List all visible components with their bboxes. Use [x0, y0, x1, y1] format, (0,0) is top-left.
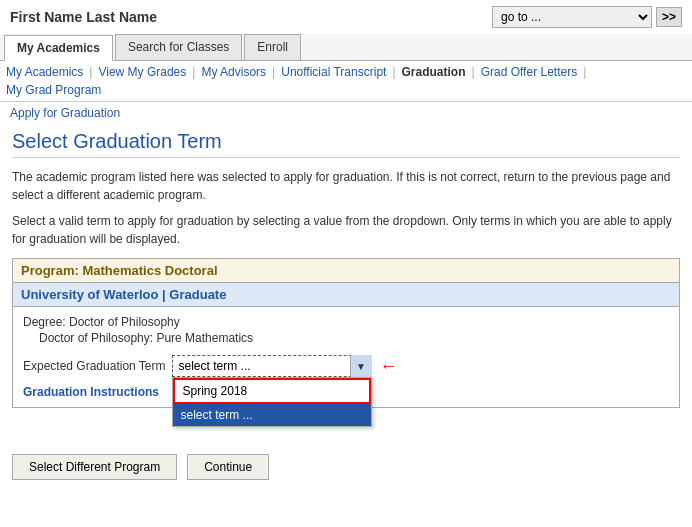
subnav-view-grades[interactable]: View My Grades — [98, 65, 186, 79]
goto-button[interactable]: >> — [656, 7, 682, 27]
page-title: Select Graduation Term — [12, 130, 680, 158]
subnav-my-academics[interactable]: My Academics — [6, 65, 83, 79]
subnav-grad-program[interactable]: My Grad Program — [6, 83, 101, 97]
dropdown-item-select-term[interactable]: select term ... — [173, 404, 371, 426]
term-select-wrapper: select term ... ▼ Spring 2018 select ter… — [172, 355, 372, 377]
sub-nav: My Academics | View My Grades | My Advis… — [0, 61, 692, 102]
term-dropdown: Spring 2018 select term ... — [172, 377, 372, 427]
subnav-advisors[interactable]: My Advisors — [201, 65, 266, 79]
description1: The academic program listed here was sel… — [12, 168, 680, 204]
footer-buttons: Select Different Program Continue — [0, 444, 692, 490]
expected-graduation-row: Expected Graduation Term select term ...… — [23, 355, 669, 377]
expected-label: Expected Graduation Term — [23, 359, 166, 373]
subnav-graduation[interactable]: Graduation — [402, 65, 466, 79]
goto-area: go to ... >> — [492, 6, 682, 28]
subnav-transcript[interactable]: Unofficial Transcript — [281, 65, 386, 79]
program-body: Degree: Doctor of Philosophy Doctor of P… — [13, 307, 679, 407]
red-arrow-indicator: ← — [380, 356, 398, 377]
user-name: First Name Last Name — [10, 9, 157, 25]
breadcrumb: Apply for Graduation — [0, 102, 692, 124]
dropdown-item-spring2018[interactable]: Spring 2018 — [173, 378, 371, 404]
description2: Select a valid term to apply for graduat… — [12, 212, 680, 248]
degree-line1: Degree: Doctor of Philosophy — [23, 315, 669, 329]
tab-enroll[interactable]: Enroll — [244, 34, 301, 60]
degree-line2: Doctor of Philosophy: Pure Mathematics — [23, 331, 669, 345]
continue-button[interactable]: Continue — [187, 454, 269, 480]
top-header: First Name Last Name go to ... >> — [0, 0, 692, 34]
subnav-grad-offer[interactable]: Grad Offer Letters — [481, 65, 578, 79]
program-header: Program: Mathematics Doctoral — [13, 259, 679, 283]
main-tabs: My Academics Search for Classes Enroll — [0, 34, 692, 61]
program-box: Program: Mathematics Doctoral University… — [12, 258, 680, 408]
tab-my-academics[interactable]: My Academics — [4, 35, 113, 61]
content-area: Select Graduation Term The academic prog… — [0, 124, 692, 414]
program-subheader: University of Waterloo | Graduate — [13, 283, 679, 307]
select-different-program-button[interactable]: Select Different Program — [12, 454, 177, 480]
term-select[interactable]: select term ... — [172, 355, 372, 377]
goto-select[interactable]: go to ... — [492, 6, 652, 28]
tab-search-classes[interactable]: Search for Classes — [115, 34, 242, 60]
